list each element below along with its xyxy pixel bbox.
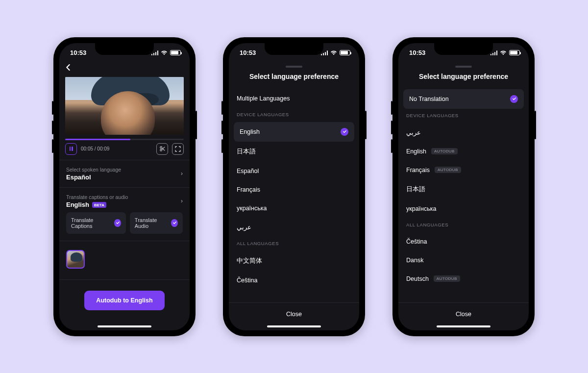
chevron-right-icon: › bbox=[181, 170, 183, 177]
screen-lang-select-b: 10:53 Select language preference No Tran… bbox=[398, 43, 529, 330]
language-option-multiple[interactable]: Multiple Languages bbox=[229, 89, 359, 108]
language-option[interactable]: English bbox=[234, 122, 354, 142]
language-option[interactable]: Dansk bbox=[398, 251, 529, 270]
scissors-icon bbox=[159, 146, 166, 152]
language-label: English bbox=[240, 128, 260, 135]
autodub-badge: AUTODUB bbox=[434, 275, 460, 282]
translate-value: EnglishBETA bbox=[66, 201, 128, 208]
status-icons bbox=[490, 50, 520, 55]
translate-audio-toggle[interactable]: Translate Audio bbox=[130, 212, 183, 234]
language-label: Dansk bbox=[406, 257, 423, 264]
language-label: українська bbox=[406, 205, 436, 212]
language-label: українська bbox=[237, 205, 267, 212]
checkmark-icon bbox=[171, 219, 178, 227]
screen-editor: 10:53 bbox=[59, 43, 190, 330]
translate-captions-toggle[interactable]: Translate Captions bbox=[66, 212, 126, 234]
wifi-icon bbox=[500, 50, 507, 55]
chevron-right-icon: › bbox=[181, 198, 183, 204]
language-option[interactable]: Français bbox=[229, 180, 359, 199]
section-header-all: ALL LANGUAGES bbox=[398, 218, 529, 232]
wifi-icon bbox=[330, 50, 337, 55]
language-option[interactable]: DeutschAUTODUB bbox=[398, 270, 529, 288]
chevron-left-icon bbox=[65, 64, 72, 71]
language-label: عربي bbox=[237, 224, 251, 231]
language-option[interactable]: عربي bbox=[229, 218, 359, 237]
language-option[interactable]: Čeština bbox=[229, 271, 359, 290]
language-option[interactable]: 日本語 bbox=[398, 179, 529, 199]
status-time: 10:53 bbox=[240, 49, 256, 56]
spoken-language-value: Español bbox=[66, 174, 121, 181]
toggle-label: Translate Audio bbox=[135, 217, 167, 229]
language-option[interactable]: FrançaisAUTODUB bbox=[398, 161, 529, 179]
toggle-label: Translate Captions bbox=[71, 217, 109, 229]
translate-row[interactable]: Translate captions or audio EnglishBETA … bbox=[59, 188, 190, 212]
sheet-grabber[interactable] bbox=[455, 66, 472, 68]
language-option[interactable]: عربي bbox=[398, 123, 529, 142]
autodub-badge: AUTODUB bbox=[431, 148, 458, 154]
language-option[interactable]: Español bbox=[229, 162, 359, 180]
video-progress[interactable] bbox=[65, 139, 184, 140]
checkmark-icon bbox=[341, 128, 348, 136]
playback-time: 00:05 / 00:09 bbox=[81, 146, 109, 151]
device-frame-2: 10:53 Select language preference Multipl… bbox=[223, 37, 365, 336]
language-label: عربي bbox=[406, 129, 421, 136]
spoken-language-label: Select spoken language bbox=[66, 167, 121, 173]
home-indicator bbox=[437, 325, 490, 327]
battery-icon bbox=[509, 50, 520, 55]
language-list[interactable]: No TranslationDEVICE LANGUAGESعربيEnglis… bbox=[398, 89, 529, 302]
language-option[interactable]: EnglishAUTODUB bbox=[398, 142, 529, 161]
checkmark-icon bbox=[114, 219, 121, 227]
battery-icon bbox=[340, 50, 350, 55]
language-label: No Translation bbox=[409, 96, 449, 102]
crop-button[interactable] bbox=[156, 143, 168, 155]
back-button[interactable] bbox=[59, 63, 190, 75]
battery-icon bbox=[170, 50, 181, 55]
app-showcase: 10:53 bbox=[0, 0, 588, 373]
language-label: 日本語 bbox=[406, 185, 425, 194]
section-header-device: DEVICE LANGUAGES bbox=[229, 108, 359, 122]
home-indicator bbox=[98, 325, 151, 327]
language-option[interactable]: українська bbox=[229, 199, 359, 218]
fullscreen-button[interactable] bbox=[172, 143, 184, 155]
language-label: Deutsch bbox=[406, 275, 429, 282]
device-frame-1: 10:53 bbox=[53, 37, 196, 336]
sheet-title: Select language preference bbox=[229, 73, 359, 80]
language-label: English bbox=[406, 148, 426, 155]
translate-label: Translate captions or audio bbox=[66, 194, 128, 200]
language-label: 日本語 bbox=[237, 148, 256, 156]
sheet-title: Select language preference bbox=[398, 73, 529, 80]
language-list[interactable]: Multiple LanguagesDEVICE LANGUAGESEnglis… bbox=[229, 89, 359, 302]
section-header-all: ALL LANGUAGES bbox=[229, 237, 359, 251]
language-option[interactable]: українська bbox=[398, 199, 529, 218]
language-label: Čeština bbox=[237, 277, 257, 284]
language-label: Français bbox=[406, 167, 430, 174]
status-icons bbox=[321, 50, 351, 55]
status-time: 10:53 bbox=[70, 49, 86, 56]
language-label: Français bbox=[237, 186, 260, 193]
language-label: 中文简体 bbox=[237, 257, 262, 265]
play-pause-button[interactable] bbox=[65, 143, 77, 155]
spoken-language-row[interactable]: Select spoken language Español › bbox=[59, 160, 190, 187]
language-label: Čeština bbox=[406, 238, 427, 245]
video-preview[interactable] bbox=[65, 77, 184, 135]
language-option[interactable]: 日本語 bbox=[229, 142, 359, 162]
status-icons bbox=[151, 50, 181, 55]
home-indicator bbox=[267, 325, 321, 327]
checkmark-icon bbox=[510, 95, 518, 103]
language-option[interactable]: Čeština bbox=[398, 232, 529, 251]
screen-lang-select-a: 10:53 Select language preference Multipl… bbox=[229, 43, 359, 330]
autodub-badge: AUTODUB bbox=[435, 167, 461, 173]
pause-icon bbox=[70, 147, 73, 151]
clip-thumbnail[interactable] bbox=[66, 250, 85, 269]
status-time: 10:53 bbox=[409, 49, 425, 56]
autodub-button[interactable]: Autodub to English bbox=[84, 291, 164, 310]
language-option-none[interactable]: No Translation bbox=[403, 89, 524, 109]
expand-icon bbox=[175, 146, 181, 152]
language-option[interactable]: 中文简体 bbox=[229, 251, 359, 271]
sheet-grabber[interactable] bbox=[286, 66, 302, 68]
language-label: Español bbox=[237, 168, 259, 174]
section-header-device: DEVICE LANGUAGES bbox=[398, 109, 529, 123]
beta-badge: BETA bbox=[92, 202, 106, 208]
notch bbox=[95, 43, 154, 55]
notch bbox=[265, 43, 323, 55]
